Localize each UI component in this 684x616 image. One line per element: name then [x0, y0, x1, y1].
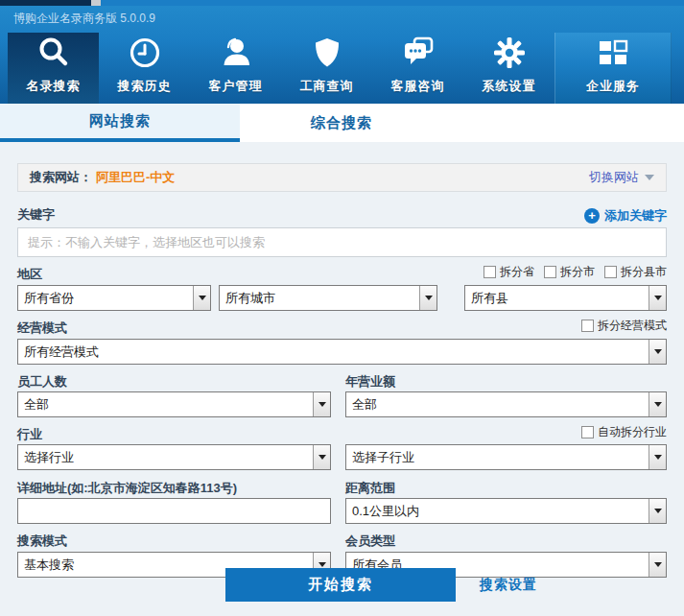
- start-search-button[interactable]: 开始搜索: [225, 568, 456, 602]
- dropdown-arrow-icon[interactable]: [313, 445, 330, 469]
- checkbox-split-business-model[interactable]: 拆分经营模式: [581, 318, 667, 334]
- nav-item-customer-service[interactable]: 客服咨询: [372, 33, 463, 104]
- revenue-select[interactable]: 全部: [345, 391, 667, 417]
- nav-item-search-history[interactable]: 搜索历史: [99, 33, 190, 104]
- history-clock-icon: [127, 33, 163, 72]
- shield-icon: [309, 33, 345, 72]
- checkbox-box[interactable]: [604, 266, 617, 278]
- switch-site-button[interactable]: 切换网站: [589, 169, 654, 186]
- checkbox-box[interactable]: [581, 320, 594, 332]
- revenue-label: 年营业额: [345, 373, 395, 391]
- dropdown-arrow-icon[interactable]: [649, 445, 666, 469]
- customer-person-icon: [218, 33, 254, 72]
- search-site-value: 阿里巴巴-中文: [96, 169, 175, 186]
- app-window: 博购企业名录商务版 5.0.0.9 名录搜索 搜索历史 客户管理: [0, 0, 684, 616]
- dropdown-arrow-icon[interactable]: [419, 286, 436, 310]
- tab-website-search[interactable]: 网站搜索: [0, 104, 240, 142]
- dropdown-arrow-icon[interactable]: [649, 499, 666, 523]
- app-title: 博购企业名录商务版 5.0.0.9: [13, 11, 155, 27]
- keyword-input[interactable]: [17, 227, 667, 257]
- tab-bar: 网站搜索 综合搜索: [0, 104, 684, 142]
- region-label: 地区: [17, 266, 42, 283]
- tab-comprehensive-search[interactable]: 综合搜索: [240, 104, 443, 142]
- employees-select[interactable]: 全部: [17, 391, 331, 417]
- checkbox-box[interactable]: [581, 426, 594, 438]
- sub-industry-select[interactable]: 选择子行业: [345, 444, 667, 470]
- search-site-bar: 搜索网站： 阿里巴巴-中文 切换网站: [17, 163, 667, 192]
- business-model-select[interactable]: 所有经营模式: [17, 339, 667, 365]
- region-split-checkboxes: 拆分省 拆分市 拆分县市: [484, 264, 667, 280]
- chevron-down-icon: [645, 175, 654, 180]
- nav-item-directory-search[interactable]: 名录搜索: [8, 33, 99, 104]
- main-nav: 名录搜索 搜索历史 客户管理 工商查询: [8, 33, 672, 104]
- search-mode-label: 搜索模式: [17, 533, 67, 550]
- checkbox-split-city[interactable]: 拆分市: [544, 264, 595, 280]
- business-model-label: 经营模式: [17, 320, 67, 337]
- address-label: 详细地址(如:北京市海淀区知春路113号): [17, 480, 237, 497]
- search-icon: [35, 33, 72, 72]
- dropdown-arrow-icon[interactable]: [313, 392, 330, 416]
- grid-icon: [595, 33, 631, 72]
- nav-item-customer-management[interactable]: 客户管理: [190, 33, 281, 104]
- province-select[interactable]: 所有省份: [17, 285, 211, 311]
- keyword-label: 关键字: [17, 206, 55, 224]
- distance-select[interactable]: 0.1公里以内: [345, 498, 667, 524]
- business-model-checkbox-group: 拆分经营模式: [581, 318, 667, 334]
- plus-icon: +: [584, 208, 600, 224]
- checkbox-split-province[interactable]: 拆分省: [484, 264, 534, 280]
- checkbox-split-county[interactable]: 拆分县市: [604, 264, 667, 280]
- search-site-label: 搜索网站：: [30, 169, 92, 186]
- add-keyword-button[interactable]: + 添加关键字: [584, 207, 667, 225]
- address-input[interactable]: [17, 498, 331, 524]
- dropdown-arrow-icon[interactable]: [649, 286, 666, 310]
- member-type-label: 会员类型: [345, 533, 395, 550]
- industry-checkbox-group: 自动拆分行业: [581, 424, 667, 440]
- industry-select[interactable]: 选择行业: [17, 444, 331, 470]
- dropdown-arrow-icon[interactable]: [649, 340, 666, 364]
- industry-label: 行业: [17, 426, 42, 443]
- search-form: 搜索网站： 阿里巴巴-中文 切换网站 关键字 + 添加关键字 地区 拆分省 拆分…: [0, 142, 684, 616]
- header: 博购企业名录商务版 5.0.0.9 名录搜索 搜索历史 客户管理: [0, 6, 684, 104]
- nav-item-business-query[interactable]: 工商查询: [281, 33, 372, 104]
- distance-label: 距离范围: [345, 480, 395, 497]
- gear-icon: [491, 33, 528, 72]
- county-select[interactable]: 所有县: [464, 285, 667, 311]
- chat-bubbles-icon: [400, 33, 436, 72]
- nav-item-system-settings[interactable]: 系统设置: [463, 33, 554, 104]
- dropdown-arrow-icon[interactable]: [649, 392, 666, 416]
- dropdown-arrow-icon[interactable]: [193, 286, 210, 310]
- nav-item-enterprise-services[interactable]: 企业服务: [554, 33, 672, 104]
- checkbox-auto-split-industry[interactable]: 自动拆分行业: [581, 424, 667, 440]
- city-select[interactable]: 所有城市: [219, 285, 437, 311]
- checkbox-box[interactable]: [544, 266, 556, 278]
- dropdown-arrow-icon[interactable]: [649, 553, 666, 577]
- search-settings-link[interactable]: 搜索设置: [480, 577, 537, 594]
- employees-label: 员工人数: [17, 373, 67, 391]
- checkbox-box[interactable]: [484, 266, 496, 278]
